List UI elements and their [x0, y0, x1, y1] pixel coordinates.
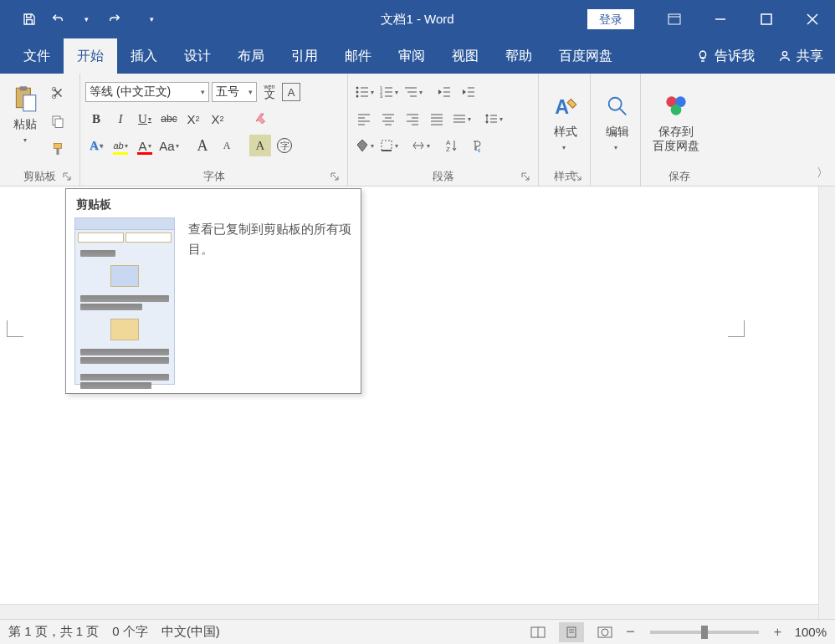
text-effects-icon[interactable]: A — [85, 135, 107, 156]
distribute-icon[interactable] — [450, 108, 472, 130]
tell-me-button[interactable]: 告诉我 — [684, 38, 766, 74]
subscript-button[interactable]: X2 — [182, 108, 204, 130]
redo-icon[interactable] — [102, 7, 127, 32]
ribbon-tabs: 文件 开始 插入 设计 布局 引用 邮件 审阅 视图 帮助 百度网盘 告诉我 共… — [0, 38, 835, 74]
strikethrough-button[interactable]: abc — [158, 108, 180, 130]
shading-icon[interactable] — [353, 135, 375, 156]
tab-insert[interactable]: 插入 — [117, 38, 171, 74]
bold-button[interactable]: B — [85, 108, 107, 130]
decrease-indent-icon[interactable] — [433, 81, 455, 103]
char-shading-icon[interactable]: A — [249, 135, 271, 156]
web-layout-icon[interactable] — [592, 622, 617, 642]
zoom-level[interactable]: 100% — [790, 625, 827, 639]
sort-icon[interactable]: AZ — [441, 135, 463, 156]
collapse-ribbon-icon[interactable]: 〉 — [817, 166, 828, 181]
close-icon[interactable] — [789, 0, 835, 38]
zoom-slider[interactable] — [650, 631, 759, 634]
copy-icon[interactable] — [47, 110, 69, 132]
svg-point-6 — [782, 52, 786, 56]
italic-button[interactable]: I — [110, 108, 131, 130]
increase-indent-icon[interactable] — [458, 81, 479, 103]
highlight-button[interactable]: ab — [110, 135, 131, 156]
tab-view[interactable]: 视图 — [438, 38, 492, 74]
print-layout-icon[interactable] — [559, 622, 584, 642]
font-launcher-icon[interactable] — [329, 171, 341, 183]
justify-icon[interactable] — [426, 108, 448, 130]
zoom-out-button[interactable]: − — [626, 623, 635, 641]
asian-layout-icon[interactable] — [409, 135, 431, 156]
bullets-icon[interactable] — [353, 81, 375, 103]
tab-mailings[interactable]: 邮件 — [331, 38, 385, 74]
format-painter-icon[interactable] — [47, 139, 69, 161]
undo-icon[interactable] — [45, 7, 70, 32]
paragraph-launcher-icon[interactable] — [520, 171, 531, 183]
phonetic-guide-icon[interactable]: wén文 — [259, 83, 279, 101]
paste-button[interactable]: 粘贴▾ — [3, 80, 47, 149]
enclose-char-icon[interactable]: 字 — [274, 135, 295, 156]
grow-font-button[interactable]: A — [192, 135, 213, 156]
save-baidu-button[interactable]: 保存到百度网盘 — [646, 77, 706, 167]
tab-review[interactable]: 审阅 — [385, 38, 438, 74]
vertical-scrollbar[interactable] — [818, 187, 835, 619]
svg-point-20 — [356, 95, 358, 98]
status-words[interactable]: 0 个字 — [112, 624, 148, 640]
undo-dropdown-icon[interactable]: ▾ — [74, 7, 99, 32]
tab-baidu[interactable]: 百度网盘 — [546, 38, 626, 74]
tab-home[interactable]: 开始 — [64, 38, 117, 74]
styles-button[interactable]: A 样式▾ — [544, 77, 587, 167]
minimize-icon[interactable] — [697, 0, 743, 38]
save-icon[interactable] — [17, 7, 42, 32]
multilevel-icon[interactable] — [402, 81, 423, 103]
qat-customize-icon[interactable]: ▾ — [139, 7, 164, 32]
tab-references[interactable]: 引用 — [278, 38, 331, 74]
align-right-icon[interactable] — [402, 108, 423, 130]
tab-design[interactable]: 设计 — [171, 38, 224, 74]
group-font: 等线 (中文正文)▾ 五号▾ wén文 A B I U abc X2 X2 A — [80, 74, 348, 186]
zoom-in-button[interactable]: + — [774, 625, 781, 640]
change-case-button[interactable]: Aa — [158, 135, 180, 156]
shrink-font-button[interactable]: A — [216, 135, 238, 156]
share-button[interactable]: 共享 — [766, 38, 835, 74]
margin-mark-right — [728, 320, 745, 337]
show-marks-icon[interactable] — [465, 135, 487, 156]
title-bar: ▾ ▾ 文档1 - Word 登录 — [0, 0, 835, 38]
horizontal-scrollbar[interactable] — [0, 604, 818, 619]
svg-rect-3 — [761, 14, 771, 24]
group-clipboard: 粘贴▾ 剪贴板 — [0, 74, 80, 186]
superscript-button[interactable]: X2 — [207, 108, 228, 130]
share-label: 共享 — [797, 48, 823, 65]
tab-help[interactable]: 帮助 — [492, 38, 546, 74]
group-save: 保存到百度网盘 保存 — [641, 74, 718, 186]
line-spacing-icon[interactable] — [482, 108, 504, 130]
status-page[interactable]: 第 1 页，共 1 页 — [8, 624, 99, 640]
cut-icon[interactable] — [47, 82, 69, 104]
align-center-icon[interactable] — [377, 108, 399, 130]
styles-launcher-icon[interactable] — [571, 171, 583, 183]
numbering-icon[interactable]: 123 — [377, 81, 399, 103]
clear-formatting-icon[interactable] — [250, 108, 272, 130]
ribbon-display-icon[interactable] — [651, 0, 697, 38]
char-border-icon[interactable]: A — [282, 83, 300, 101]
styles-label: 样式▾ — [554, 125, 577, 153]
svg-point-76 — [602, 629, 608, 636]
zoom-slider-thumb[interactable] — [701, 626, 708, 639]
login-button[interactable]: 登录 — [587, 9, 634, 29]
font-name-combo[interactable]: 等线 (中文正文)▾ — [85, 82, 209, 102]
maximize-icon[interactable] — [743, 0, 789, 38]
font-color-button[interactable]: A — [134, 135, 156, 156]
find-icon — [602, 91, 633, 121]
status-language[interactable]: 中文(中国) — [161, 624, 220, 640]
editing-button[interactable]: 编辑▾ — [596, 77, 639, 167]
read-mode-icon[interactable] — [525, 622, 551, 642]
underline-button[interactable]: U — [134, 108, 156, 130]
font-size-combo[interactable]: 五号▾ — [212, 82, 257, 102]
lightbulb-icon — [696, 49, 709, 63]
group-styles-label: 样式 — [544, 167, 585, 186]
borders-icon[interactable] — [377, 135, 399, 156]
tab-file[interactable]: 文件 — [10, 38, 64, 74]
svg-text:A: A — [555, 96, 569, 118]
align-left-icon[interactable] — [353, 108, 375, 130]
svg-rect-60 — [382, 141, 392, 151]
tab-layout[interactable]: 布局 — [224, 38, 278, 74]
clipboard-launcher-icon[interactable] — [61, 171, 73, 183]
